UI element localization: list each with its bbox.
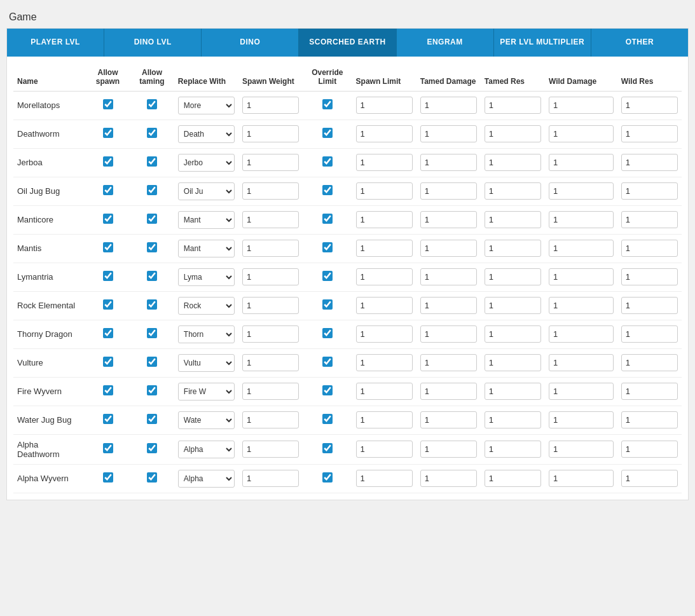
spawn-weight-input[interactable] — [242, 97, 299, 114]
tamed-damage-input[interactable] — [420, 441, 477, 458]
tab-player-lvl[interactable]: PLAYER LVL — [7, 29, 104, 57]
wild-res-input[interactable] — [621, 354, 678, 371]
spawn-limit-input[interactable] — [356, 383, 413, 400]
override-limit-checkbox[interactable] — [322, 299, 333, 310]
wild-res-input[interactable] — [621, 240, 678, 257]
tamed-damage-input[interactable] — [420, 240, 477, 257]
replace-with-select[interactable]: Jerbo — [178, 154, 235, 172]
replace-with-select[interactable]: Wate — [178, 411, 235, 429]
spawn-weight-input[interactable] — [242, 470, 299, 487]
allow-spawn-checkbox[interactable] — [103, 328, 113, 338]
allow-taming-checkbox[interactable] — [147, 99, 157, 109]
tamed-res-input[interactable] — [485, 154, 541, 171]
replace-with-select[interactable]: Rock — [178, 297, 235, 315]
allow-spawn-checkbox[interactable] — [103, 414, 113, 424]
allow-spawn-checkbox[interactable] — [103, 185, 113, 195]
allow-spawn-checkbox[interactable] — [103, 472, 113, 483]
tab-per-lvl-multiplier[interactable]: PER LVL MULTIPLIER — [494, 29, 591, 57]
replace-with-select[interactable]: Thorn — [178, 325, 235, 343]
wild-res-input[interactable] — [621, 441, 678, 458]
replace-with-select[interactable]: Fire W — [178, 383, 235, 400]
spawn-limit-input[interactable] — [356, 354, 413, 371]
allow-spawn-checkbox[interactable] — [103, 443, 113, 453]
tamed-res-input[interactable] — [485, 182, 541, 200]
tamed-res-input[interactable] — [485, 470, 541, 487]
wild-damage-input[interactable] — [549, 154, 614, 171]
tamed-damage-input[interactable] — [420, 125, 477, 142]
tamed-damage-input[interactable] — [420, 268, 477, 285]
override-limit-checkbox[interactable] — [322, 242, 333, 252]
tamed-res-input[interactable] — [485, 211, 541, 228]
tamed-damage-input[interactable] — [420, 325, 477, 343]
spawn-limit-input[interactable] — [356, 211, 413, 228]
replace-with-select[interactable]: Death — [178, 125, 235, 143]
wild-res-input[interactable] — [621, 211, 678, 228]
allow-taming-checkbox[interactable] — [147, 128, 157, 138]
spawn-limit-input[interactable] — [356, 441, 413, 458]
override-limit-checkbox[interactable] — [322, 156, 333, 167]
tamed-damage-input[interactable] — [420, 470, 477, 487]
allow-taming-checkbox[interactable] — [147, 443, 157, 453]
tamed-damage-input[interactable] — [420, 383, 477, 400]
tamed-res-input[interactable] — [485, 411, 541, 428]
tab-dino-lvl[interactable]: DINO LVL — [104, 29, 202, 57]
tamed-res-input[interactable] — [485, 268, 541, 285]
replace-with-select[interactable]: Oil Ju — [178, 182, 235, 200]
tab-other[interactable]: OTHER — [591, 29, 688, 57]
wild-res-input[interactable] — [621, 182, 678, 200]
spawn-limit-input[interactable] — [356, 125, 413, 142]
replace-with-select[interactable]: More — [178, 97, 235, 114]
wild-res-input[interactable] — [621, 411, 678, 428]
wild-damage-input[interactable] — [549, 411, 614, 428]
allow-taming-checkbox[interactable] — [147, 156, 157, 167]
allow-spawn-checkbox[interactable] — [103, 99, 113, 109]
allow-spawn-checkbox[interactable] — [103, 299, 113, 310]
spawn-weight-input[interactable] — [242, 182, 299, 200]
tamed-res-input[interactable] — [485, 297, 541, 314]
tamed-res-input[interactable] — [485, 383, 541, 400]
spawn-limit-input[interactable] — [356, 154, 413, 171]
override-limit-checkbox[interactable] — [322, 414, 333, 424]
tamed-res-input[interactable] — [485, 240, 541, 257]
override-limit-checkbox[interactable] — [322, 185, 333, 195]
replace-with-select[interactable]: Alpha — [178, 470, 235, 488]
spawn-limit-input[interactable] — [356, 182, 413, 200]
tamed-res-input[interactable] — [485, 354, 541, 371]
override-limit-checkbox[interactable] — [322, 128, 333, 138]
allow-taming-checkbox[interactable] — [147, 299, 157, 310]
replace-with-select[interactable]: Mant — [178, 211, 235, 229]
wild-res-input[interactable] — [621, 297, 678, 314]
tamed-damage-input[interactable] — [420, 411, 477, 428]
override-limit-checkbox[interactable] — [322, 271, 333, 281]
override-limit-checkbox[interactable] — [322, 99, 333, 109]
replace-with-select[interactable]: Vultu — [178, 354, 235, 372]
wild-res-input[interactable] — [621, 470, 678, 487]
wild-damage-input[interactable] — [549, 211, 614, 228]
allow-taming-checkbox[interactable] — [147, 472, 157, 483]
tab-engram[interactable]: ENGRAM — [397, 29, 494, 57]
spawn-weight-input[interactable] — [242, 411, 299, 428]
wild-damage-input[interactable] — [549, 240, 614, 257]
allow-taming-checkbox[interactable] — [147, 214, 157, 224]
allow-spawn-checkbox[interactable] — [103, 214, 113, 224]
override-limit-checkbox[interactable] — [322, 443, 333, 453]
wild-res-input[interactable] — [621, 97, 678, 114]
allow-taming-checkbox[interactable] — [147, 414, 157, 424]
spawn-weight-input[interactable] — [242, 125, 299, 142]
override-limit-checkbox[interactable] — [322, 385, 333, 395]
tab-dino[interactable]: DINO — [202, 29, 299, 57]
spawn-weight-input[interactable] — [242, 240, 299, 257]
allow-taming-checkbox[interactable] — [147, 385, 157, 395]
tamed-damage-input[interactable] — [420, 297, 477, 314]
wild-damage-input[interactable] — [549, 470, 614, 487]
allow-taming-checkbox[interactable] — [147, 242, 157, 252]
wild-damage-input[interactable] — [549, 325, 614, 343]
spawn-weight-input[interactable] — [242, 383, 299, 400]
tab-scorched-earth[interactable]: SCORCHED EARTH — [299, 29, 396, 57]
replace-with-select[interactable]: Mant — [178, 240, 235, 257]
wild-damage-input[interactable] — [549, 97, 614, 114]
tamed-res-input[interactable] — [485, 325, 541, 343]
allow-spawn-checkbox[interactable] — [103, 242, 113, 252]
tamed-damage-input[interactable] — [420, 97, 477, 114]
spawn-limit-input[interactable] — [356, 411, 413, 428]
